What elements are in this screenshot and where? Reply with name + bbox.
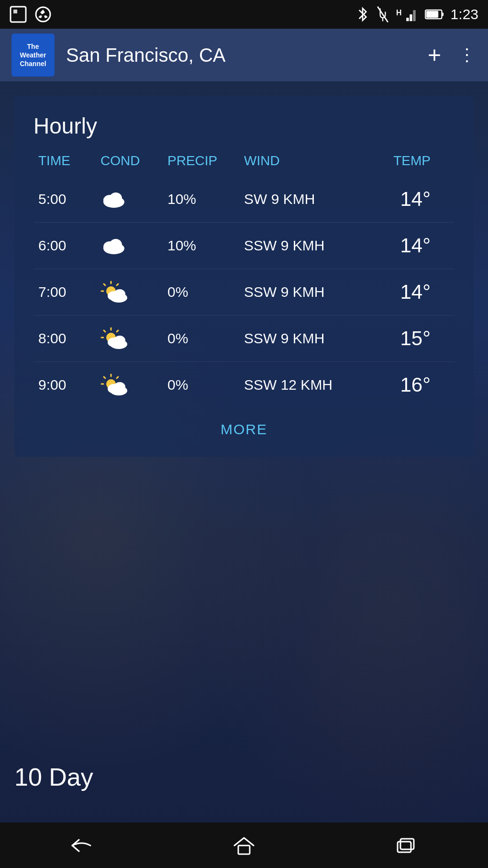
svg-rect-14 bbox=[426, 11, 438, 18]
gallery-icon bbox=[10, 6, 27, 23]
svg-marker-4 bbox=[44, 15, 48, 18]
wind-2: SSW 9 KMH bbox=[244, 284, 354, 300]
svg-rect-10 bbox=[410, 14, 412, 21]
col-cond: COND bbox=[100, 153, 167, 169]
col-time: TIME bbox=[38, 153, 100, 169]
cloudy-icon-1 bbox=[100, 236, 127, 255]
back-button[interactable] bbox=[62, 831, 100, 860]
clock: 1:23 bbox=[451, 6, 478, 23]
svg-point-38 bbox=[114, 336, 125, 345]
cond-0 bbox=[100, 190, 167, 209]
hourly-card: Hourly TIME COND PRECIP WIND TEMP 5:00 1… bbox=[14, 96, 474, 457]
precip-0: 10% bbox=[167, 191, 244, 207]
precip-2: 0% bbox=[167, 284, 244, 300]
svg-line-34 bbox=[104, 330, 105, 332]
partly-cloudy-icon-3 bbox=[100, 327, 129, 350]
temp-4: 16° bbox=[354, 373, 431, 396]
svg-line-41 bbox=[117, 377, 118, 378]
bluetooth-icon bbox=[356, 6, 369, 23]
precip-4: 0% bbox=[167, 377, 244, 393]
svg-rect-50 bbox=[398, 842, 411, 852]
svg-rect-0 bbox=[11, 7, 26, 22]
signal-icon: H bbox=[396, 6, 418, 23]
svg-rect-11 bbox=[413, 10, 415, 21]
svg-rect-9 bbox=[406, 18, 409, 21]
wind-1: SSW 9 KMH bbox=[244, 237, 354, 254]
cond-4 bbox=[100, 373, 167, 396]
recent-apps-button[interactable] bbox=[388, 831, 426, 860]
time-2: 7:00 bbox=[38, 284, 100, 300]
mute-icon bbox=[376, 6, 389, 23]
add-location-button[interactable]: + bbox=[428, 44, 441, 67]
wind-3: SSW 9 KMH bbox=[244, 330, 354, 347]
col-temp: TEMP bbox=[354, 153, 431, 169]
content-area: Hourly TIME COND PRECIP WIND TEMP 5:00 1… bbox=[0, 81, 488, 834]
hourly-row-1: 6:00 10% SSW 9 KMH 14° bbox=[33, 223, 455, 269]
svg-line-25 bbox=[104, 284, 105, 285]
table-header: TIME COND PRECIP WIND TEMP bbox=[33, 153, 455, 176]
header-actions: + ⋮ bbox=[428, 44, 477, 67]
temp-2: 14° bbox=[354, 281, 431, 304]
col-wind: WIND bbox=[244, 153, 354, 169]
hourly-row-3: 8:00 0% SSW 9 KMH 15° bbox=[33, 316, 455, 362]
svg-point-47 bbox=[114, 382, 125, 392]
more-button-container: MORE bbox=[33, 408, 455, 442]
partly-cloudy-icon-4 bbox=[100, 373, 129, 396]
cond-3 bbox=[100, 327, 167, 350]
cond-2 bbox=[100, 281, 167, 304]
svg-line-32 bbox=[117, 330, 118, 332]
ten-day-section: 10 Day bbox=[14, 763, 93, 791]
precip-3: 0% bbox=[167, 330, 244, 347]
svg-point-17 bbox=[110, 192, 122, 204]
temp-0: 14° bbox=[354, 188, 431, 211]
svg-point-2 bbox=[36, 7, 50, 22]
status-icons-left bbox=[10, 6, 52, 23]
home-button[interactable] bbox=[225, 831, 263, 860]
time-1: 6:00 bbox=[38, 237, 100, 254]
precip-1: 10% bbox=[167, 237, 244, 254]
hourly-row-4: 9:00 0% SSW 12 KMH 16° bbox=[33, 362, 455, 408]
svg-text:H: H bbox=[396, 9, 402, 17]
menu-button[interactable]: ⋮ bbox=[458, 46, 477, 64]
svg-line-23 bbox=[117, 284, 118, 285]
ten-day-title: 10 Day bbox=[14, 763, 93, 791]
svg-rect-48 bbox=[238, 845, 250, 854]
status-bar: H 1:23 bbox=[0, 0, 488, 29]
bottom-nav bbox=[0, 823, 488, 868]
svg-rect-49 bbox=[400, 839, 414, 849]
svg-rect-1 bbox=[13, 10, 17, 13]
wind-0: SW 9 KMH bbox=[244, 191, 354, 207]
city-name: San Francisco, CA bbox=[66, 45, 428, 66]
wind-4: SSW 12 KMH bbox=[244, 377, 354, 393]
time-3: 8:00 bbox=[38, 330, 100, 347]
logo-text: TheWeatherChannel bbox=[20, 42, 46, 68]
soccer-icon bbox=[34, 6, 52, 23]
app-header: TheWeatherChannel San Francisco, CA + ⋮ bbox=[0, 29, 488, 81]
cond-1 bbox=[100, 236, 167, 255]
time-0: 5:00 bbox=[38, 191, 100, 207]
more-button[interactable]: MORE bbox=[221, 421, 267, 437]
hourly-title: Hourly bbox=[33, 113, 455, 139]
temp-1: 14° bbox=[354, 234, 431, 257]
col-precip: PRECIP bbox=[167, 153, 244, 169]
temp-3: 15° bbox=[354, 327, 431, 350]
time-4: 9:00 bbox=[38, 377, 100, 393]
svg-rect-13 bbox=[442, 12, 444, 16]
battery-icon bbox=[425, 8, 444, 21]
cloudy-icon-0 bbox=[100, 190, 127, 209]
svg-line-43 bbox=[104, 377, 105, 378]
status-icons-right: H 1:23 bbox=[356, 6, 478, 23]
partly-cloudy-icon-2 bbox=[100, 281, 129, 304]
svg-point-29 bbox=[114, 289, 125, 299]
svg-marker-3 bbox=[40, 10, 45, 14]
twc-logo: TheWeatherChannel bbox=[11, 34, 55, 77]
svg-point-20 bbox=[110, 239, 122, 250]
svg-marker-5 bbox=[38, 15, 42, 18]
hourly-row-0: 5:00 10% SW 9 KMH 14° bbox=[33, 176, 455, 223]
hourly-row-2: 7:00 0% SSW 9 KMH 14° bbox=[33, 269, 455, 316]
